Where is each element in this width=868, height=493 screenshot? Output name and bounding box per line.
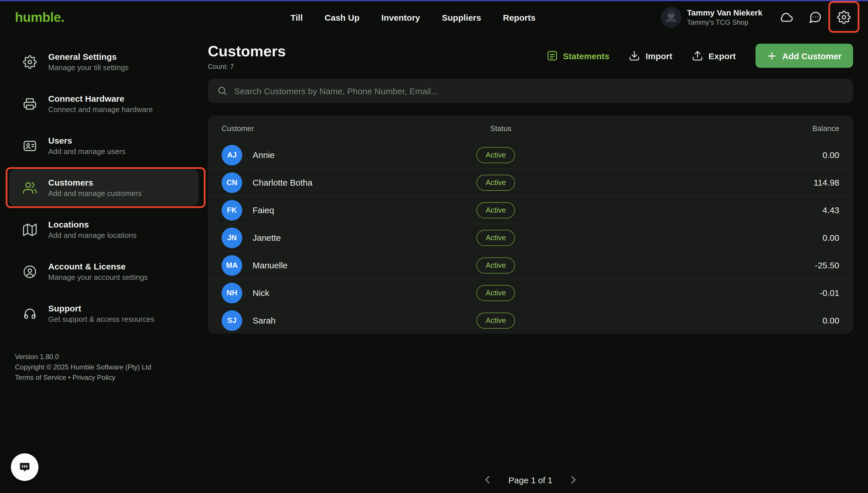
nav-item-till[interactable]: Till [291,12,303,22]
gear-icon [23,55,37,69]
privacy-policy-link[interactable]: Privacy Policy [73,373,115,382]
customer-name: Manuelle [253,260,288,270]
customer-name: Sarah [253,316,276,325]
customer-balance: 0.00 [750,150,853,160]
customer-avatar: NH [222,282,242,303]
search-icon [217,86,227,96]
chat-bubble-icon [808,10,822,24]
terms-of-service-link[interactable]: Terms of Service [15,373,66,382]
chat-widget-icon [18,461,31,473]
gear-icon [837,10,851,24]
sidebar-item-description: Get support & access resources [48,315,155,323]
nav-item-inventory[interactable]: Inventory [382,12,420,22]
user-menu[interactable]: Tammy Van Niekerk Tammy's TCG Shop [661,7,762,27]
nav-item-cash-up[interactable]: Cash Up [325,12,360,22]
table-row[interactable]: NH Nick Active -0.01 [208,279,853,306]
customer-balance: -0.01 [750,288,853,298]
customer-balance: -25.50 [750,260,853,270]
sidebar-item-description: Add and manage customers [48,189,141,198]
top-navigation: Till Cash Up Inventory Suppliers Reports [291,0,535,35]
sidebar-item-customers[interactable]: Customers Add and manage customers [9,170,199,206]
person-circle-icon [23,264,37,278]
settings-sidebar: General Settings Manage your till settin… [0,35,208,493]
customer-name: Faieq [253,205,274,215]
table-row[interactable]: CN Charlotte Botha Active 114.98 [208,168,853,196]
customer-balance: 114.98 [750,177,853,187]
customer-balance: 0.00 [750,316,853,325]
cloud-sync-button[interactable] [780,10,793,24]
user-shop-name: Tammy's TCG Shop [687,18,762,26]
sidebar-item-description: Manage your account settings [48,273,148,282]
search-input[interactable] [234,86,844,96]
table-header-row: Customer Status Balance [208,115,853,141]
customer-balance: 4.43 [750,205,853,215]
header-actions: Statements Import Export [546,44,853,68]
customer-avatar: CN [222,172,242,193]
column-header-status: Status [477,124,750,132]
sidebar-footer: Version 1.80.0 Copyright © 2025 Humble S… [15,352,151,383]
statements-button[interactable]: Statements [546,50,609,62]
sidebar-item-support[interactable]: Support Get support & access resources [9,295,199,331]
cloud-icon [780,10,793,24]
customer-avatar: JN [222,227,242,248]
chevron-right-icon[interactable] [568,473,580,486]
chevron-left-icon[interactable] [481,473,494,486]
sidebar-item-connect-hardware[interactable]: Connect Hardware Connect and manage hard… [9,86,199,122]
sidebar-item-label: Support [48,303,155,313]
sidebar-item-label: Customers [48,177,141,187]
download-icon [629,50,640,62]
user-avatar [661,7,681,27]
sidebar-item-label: Account & License [48,261,148,271]
page-title: Customers [208,43,286,60]
version-label: Version 1.80.0 [15,352,151,362]
status-badge: Active [477,312,515,328]
sidebar-item-description: Add and manage locations [48,231,137,240]
table-row[interactable]: MA Manuelle Active -25.50 [208,251,853,279]
settings-gear-button[interactable] [837,10,851,24]
nav-item-suppliers[interactable]: Suppliers [442,12,481,22]
customer-name: Janette [253,233,281,242]
customer-avatar: AJ [222,145,242,165]
upload-icon [692,50,703,62]
customer-avatar: FK [222,200,242,220]
sidebar-item-account-license[interactable]: Account & License Manage your account se… [9,253,199,290]
sidebar-item-label: General Settings [48,52,129,62]
status-badge: Active [477,285,515,301]
table-row[interactable]: FK Faieq Active 4.43 [208,196,853,223]
status-badge: Active [477,174,515,191]
customer-name: Nick [253,288,269,298]
sidebar-item-locations[interactable]: Locations Add and manage locations [9,211,199,248]
sidebar-item-general-settings[interactable]: General Settings Manage your till settin… [9,44,199,80]
import-button[interactable]: Import [629,50,672,62]
copyright-label: Copyright © 2025 Humble Software (Pty) L… [15,362,151,372]
app-root: humble. Till Cash Up Inventory Suppliers… [0,0,868,493]
sidebar-item-users[interactable]: Users Add and manage users [9,128,199,164]
table-row[interactable]: AJ Annie Active 0.00 [208,141,853,168]
top-bar-right: Tammy Van Niekerk Tammy's TCG Shop [661,7,851,27]
sidebar-list: General Settings Manage your till settin… [0,35,208,331]
column-header-customer: Customer [208,124,477,132]
customer-count: Count: 7 [208,63,286,71]
chat-button[interactable] [808,10,822,24]
sidebar-item-description: Manage your till settings [48,63,129,72]
customer-name: Charlotte Botha [253,177,312,187]
export-button[interactable]: Export [692,50,736,62]
table-row[interactable]: JN Janette Active 0.00 [208,223,853,251]
status-badge: Active [477,202,515,218]
brand-logo: humble. [15,9,64,25]
statements-list-icon [546,50,558,62]
pagination: Page 1 of 1 [208,473,853,486]
status-badge: Active [477,147,515,163]
chat-widget-button[interactable] [11,453,39,481]
customer-avatar: MA [222,255,242,276]
table-row[interactable]: SJ Sarah Active 0.00 [208,306,853,334]
printer-icon [23,97,37,111]
nav-item-reports[interactable]: Reports [503,12,535,22]
page-indicator: Page 1 of 1 [508,475,552,485]
sidebar-item-description: Add and manage users [48,147,125,156]
column-header-balance: Balance [750,124,853,132]
status-badge: Active [477,230,515,245]
top-bar: humble. Till Cash Up Inventory Suppliers… [0,0,868,35]
id-card-icon [23,139,37,153]
add-customer-button[interactable]: Add Customer [755,44,853,68]
